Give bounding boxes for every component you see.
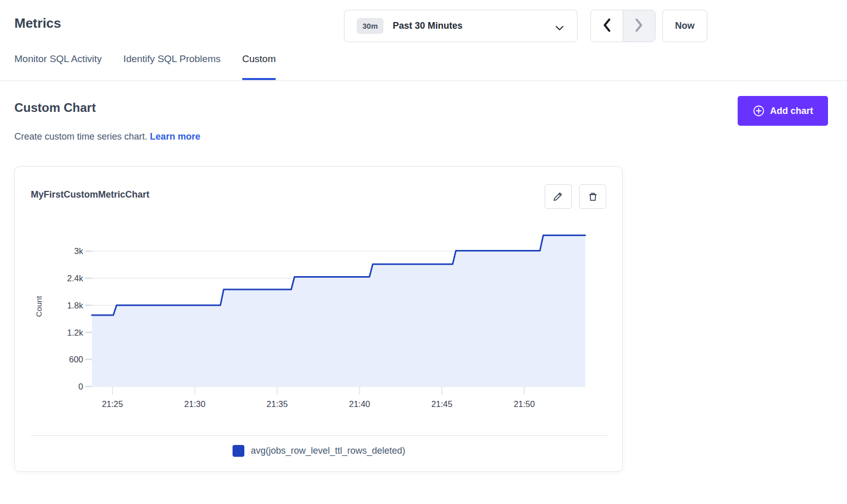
chevron-down-icon bbox=[555, 24, 564, 33]
tab-bar-divider bbox=[0, 81, 847, 81]
add-chart-label: Add chart bbox=[770, 106, 813, 117]
section-subtitle: Create custom time series chart. Learn m… bbox=[14, 131, 200, 142]
subtitle-text: Create custom time series chart. bbox=[14, 131, 147, 142]
time-range-dropdown[interactable]: 30m Past 30 Minutes bbox=[344, 10, 578, 42]
tab-monitor-sql-activity[interactable]: Monitor SQL Activity bbox=[14, 53, 102, 80]
tab-custom[interactable]: Custom bbox=[242, 53, 276, 80]
legend-item[interactable]: avg(jobs_row_level_ttl_rows_deleted) bbox=[15, 445, 623, 457]
edit-chart-button[interactable] bbox=[545, 184, 572, 209]
tab-identify-sql-problems[interactable]: Identify SQL Problems bbox=[123, 53, 220, 80]
svg-text:600: 600 bbox=[69, 355, 83, 364]
svg-text:21:35: 21:35 bbox=[266, 399, 287, 409]
now-button-label: Now bbox=[675, 21, 695, 31]
svg-text:2.4k: 2.4k bbox=[67, 274, 84, 283]
svg-text:21:50: 21:50 bbox=[514, 399, 535, 409]
prev-time-button[interactable] bbox=[591, 10, 623, 42]
svg-text:21:30: 21:30 bbox=[184, 399, 205, 409]
chevron-left-icon bbox=[601, 17, 612, 35]
custom-chart-card: MyFirstCustomMetricChart 06001.2k1.8k2.4… bbox=[14, 166, 623, 472]
add-chart-button[interactable]: Add chart bbox=[738, 96, 828, 126]
metrics-page: Metrics 30m Past 30 Minutes Now Monitor … bbox=[0, 0, 847, 504]
svg-text:21:45: 21:45 bbox=[431, 399, 452, 409]
pencil-icon bbox=[552, 190, 565, 203]
svg-text:0: 0 bbox=[79, 382, 83, 391]
legend-divider bbox=[31, 435, 608, 436]
page-title: Metrics bbox=[14, 15, 61, 31]
trash-icon bbox=[587, 190, 599, 203]
custom-chart-svg: 06001.2k1.8k2.4k3k21:2521:3021:3521:4021… bbox=[15, 218, 623, 423]
chevron-right-icon bbox=[633, 17, 645, 35]
tab-bar: Monitor SQL Activity Identify SQL Proble… bbox=[14, 53, 276, 80]
svg-text:3k: 3k bbox=[74, 246, 84, 256]
chart-title: MyFirstCustomMetricChart bbox=[31, 189, 149, 200]
now-button[interactable]: Now bbox=[662, 10, 707, 42]
legend-swatch bbox=[233, 445, 244, 457]
delete-chart-button[interactable] bbox=[579, 184, 606, 209]
svg-text:1.2k: 1.2k bbox=[67, 328, 84, 337]
next-time-button[interactable] bbox=[623, 10, 656, 42]
chart-area[interactable]: 06001.2k1.8k2.4k3k21:2521:3021:3521:4021… bbox=[15, 218, 623, 423]
learn-more-link[interactable]: Learn more bbox=[150, 131, 200, 142]
legend-label: avg(jobs_row_level_ttl_rows_deleted) bbox=[251, 445, 405, 456]
plus-circle-icon bbox=[753, 105, 765, 117]
time-range-badge: 30m bbox=[357, 18, 383, 34]
time-nav-group bbox=[590, 10, 656, 42]
svg-text:21:25: 21:25 bbox=[102, 399, 123, 409]
svg-text:21:40: 21:40 bbox=[349, 399, 370, 409]
svg-text:1.8k: 1.8k bbox=[67, 301, 84, 310]
svg-text:Count: Count bbox=[34, 296, 43, 317]
section-heading: Custom Chart bbox=[14, 101, 96, 115]
time-range-label: Past 30 Minutes bbox=[393, 21, 463, 31]
